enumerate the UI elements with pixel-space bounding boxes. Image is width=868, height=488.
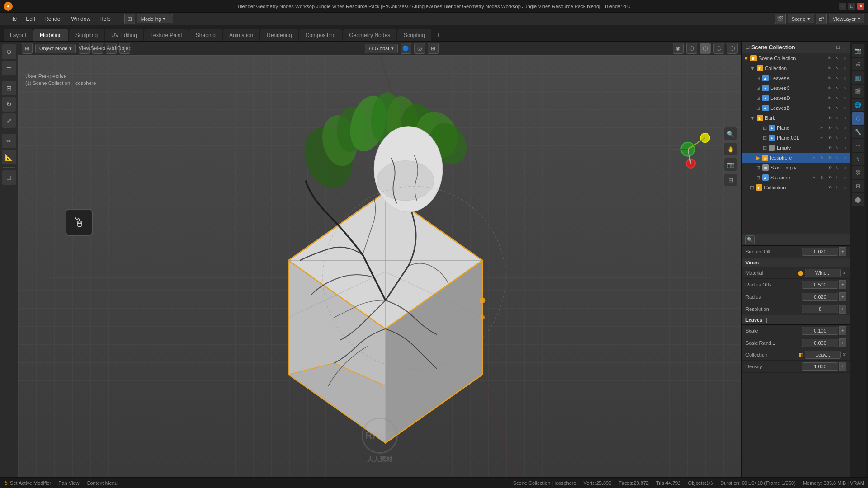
leavesb-vis[interactable]: 👁 bbox=[826, 105, 833, 111]
scene-icon[interactable]: 🎬 bbox=[775, 14, 786, 24]
bark-sel[interactable]: ↖ bbox=[834, 115, 840, 121]
outliner-item-bark[interactable]: ▼ ◧ Bark 👁 ↖ ○ bbox=[742, 113, 850, 123]
leavesd-rnd[interactable]: ○ bbox=[842, 95, 848, 101]
tab-uv-editing[interactable]: UV Editing bbox=[105, 29, 143, 41]
props-nav-modifier[interactable]: 🔧 bbox=[852, 126, 864, 138]
props-nav-object[interactable]: ⬡ bbox=[852, 112, 864, 125]
tab-animation[interactable]: Animation bbox=[223, 29, 259, 41]
radius-control[interactable]: 0.020 + bbox=[802, 292, 846, 301]
props-nav-scene[interactable]: 🎬 bbox=[852, 85, 864, 98]
density-value[interactable]: 1.000 bbox=[802, 362, 838, 371]
tab-shading[interactable]: Shading bbox=[189, 29, 222, 41]
props-nav-render[interactable]: 📷 bbox=[852, 44, 864, 57]
plane-sel[interactable]: ↖ bbox=[834, 125, 840, 131]
tab-texture-paint[interactable]: Texture Paint bbox=[144, 29, 189, 41]
menu-file[interactable]: File bbox=[4, 14, 21, 24]
add-cube-btn[interactable]: □ bbox=[2, 170, 16, 185]
menu-window[interactable]: Window bbox=[66, 14, 95, 24]
shading-solid-icon[interactable]: ⬡ bbox=[700, 43, 711, 54]
camera-icon[interactable]: 📷 bbox=[724, 158, 737, 171]
radius-value[interactable]: 0.020 bbox=[802, 293, 838, 301]
props-nav-constraints[interactable]: ⛓ bbox=[852, 166, 864, 179]
plane-cust1[interactable]: ✂ bbox=[819, 125, 825, 131]
material-value[interactable]: Wine... bbox=[805, 269, 841, 277]
props-nav-data[interactable]: ⊟ bbox=[852, 180, 864, 192]
suzanne-rnd[interactable]: ○ bbox=[842, 174, 848, 181]
surface-offset-value[interactable]: 0.020 bbox=[802, 248, 838, 256]
zoom-in-icon[interactable]: 🔍 bbox=[724, 127, 737, 140]
tab-rendering[interactable]: Rendering bbox=[260, 29, 298, 41]
surface-offset-inc[interactable]: + bbox=[839, 247, 846, 256]
scene-dropdown[interactable]: Scene ▾ bbox=[788, 14, 814, 23]
plane001-cust1[interactable]: ✂ bbox=[819, 135, 825, 141]
collection-remove-btn[interactable]: ✕ bbox=[842, 352, 846, 358]
object-menu-btn[interactable]: Object bbox=[119, 43, 130, 54]
scale-rand-value[interactable]: 0.000 bbox=[802, 339, 838, 347]
scale-rand-plus[interactable]: + bbox=[839, 338, 846, 347]
resolution-value[interactable]: 8 bbox=[802, 305, 838, 313]
shading-render-icon[interactable]: ⬡ bbox=[727, 43, 738, 54]
leavesd-sel[interactable]: ↖ bbox=[834, 95, 840, 101]
transform-snap-icon[interactable]: ⊞ bbox=[428, 43, 439, 54]
bark-vis[interactable]: 👁 bbox=[826, 115, 833, 121]
tab-modeling[interactable]: Modeling bbox=[33, 29, 68, 41]
col-bot-rnd[interactable]: ○ bbox=[842, 184, 848, 191]
resolution-control[interactable]: 8 + bbox=[802, 305, 846, 314]
col-bot-sel[interactable]: ↖ bbox=[834, 184, 840, 191]
leavesc-sel[interactable]: ↖ bbox=[834, 85, 840, 91]
props-nav-world[interactable]: 🌐 bbox=[852, 99, 864, 111]
menu-edit[interactable]: Edit bbox=[21, 14, 40, 24]
leavesa-vis[interactable]: 👁 bbox=[826, 75, 833, 81]
col-bot-vis[interactable]: 👁 bbox=[826, 184, 833, 191]
props-nav-material[interactable]: ⬤ bbox=[852, 193, 864, 206]
scale-plus[interactable]: + bbox=[839, 326, 846, 335]
leavesa-rnd[interactable]: ○ bbox=[842, 75, 848, 81]
outliner-item-plane[interactable]: ⊡ ▲ Plane ✂ 👁 ↖ ○ bbox=[742, 123, 850, 133]
object-mode-dropdown[interactable]: Object Mode ▾ bbox=[35, 44, 76, 53]
cursor-tool-btn[interactable]: ⊕ bbox=[2, 44, 16, 59]
sort-icon[interactable]: ↕ bbox=[842, 43, 847, 51]
icosphere-vis[interactable]: 👁 bbox=[826, 155, 833, 161]
leavesb-sel[interactable]: ↖ bbox=[834, 105, 840, 111]
leavesb-rnd[interactable]: ○ bbox=[842, 105, 848, 111]
props-search-icon[interactable]: 🔍 bbox=[745, 235, 755, 244]
zoom-out-icon[interactable]: 🤚 bbox=[724, 143, 737, 155]
tab-sculpting[interactable]: Sculpting bbox=[69, 29, 104, 41]
leavesc-vis[interactable]: 👁 bbox=[826, 85, 833, 91]
annotate-tool-btn[interactable]: ✏ bbox=[2, 134, 16, 148]
empty-sel[interactable]: ↖ bbox=[834, 145, 840, 151]
outliner-item-collection[interactable]: ▼ ◧ Collection 👁 ↖ ○ bbox=[742, 63, 850, 73]
resolution-plus[interactable]: + bbox=[839, 305, 846, 314]
icosphere-cust2[interactable]: ⊗ bbox=[819, 155, 825, 161]
suzanne-sel[interactable]: ↖ bbox=[834, 174, 840, 181]
suzanne-cust2[interactable]: ⊗ bbox=[819, 174, 825, 181]
plane001-rnd[interactable]: ○ bbox=[842, 135, 848, 141]
move-tool-btn[interactable]: ✛ bbox=[2, 61, 16, 75]
density-plus[interactable]: + bbox=[839, 362, 846, 371]
icosphere-sel[interactable]: ↖ bbox=[834, 155, 840, 161]
icosphere-rnd[interactable]: ○ bbox=[842, 155, 848, 161]
radius-offset-inc[interactable]: + bbox=[839, 280, 846, 289]
leavesa-sel[interactable]: ↖ bbox=[834, 75, 840, 81]
pivot-dropdown[interactable]: ⊙ Global ▾ bbox=[365, 44, 398, 53]
col-rnd-icon[interactable]: ○ bbox=[842, 65, 848, 71]
material-control[interactable]: ⬤ Wine... ✕ bbox=[798, 269, 846, 277]
bark-rnd[interactable]: ○ bbox=[842, 115, 848, 121]
workspace-name-dropdown[interactable]: Modeling ▾ bbox=[137, 14, 173, 23]
rotate-tool-btn[interactable]: ↻ bbox=[2, 97, 16, 112]
tab-compositing[interactable]: Compositing bbox=[299, 29, 342, 41]
proportional-edit-icon[interactable]: ◎ bbox=[414, 43, 425, 54]
outliner-item-suzanne[interactable]: ⊡ ▲ Suzanne ✂ ⊗ 👁 ↖ ○ bbox=[742, 173, 850, 183]
plane-vis[interactable]: 👁 bbox=[826, 125, 833, 131]
select-menu-btn[interactable]: Select bbox=[92, 43, 103, 54]
editor-type-icon[interactable]: ⊞ bbox=[22, 43, 33, 54]
icosphere-cust1[interactable]: ✂ bbox=[811, 155, 817, 161]
empty-vis[interactable]: 👁 bbox=[826, 145, 833, 151]
outliner-item-empty[interactable]: ⊡ ⊕ Empty 👁 ↖ ○ bbox=[742, 143, 850, 153]
empty-rnd[interactable]: ○ bbox=[842, 145, 848, 151]
maximize-button[interactable]: □ bbox=[848, 3, 855, 10]
view-layer-dropdown[interactable]: ViewLayer ▾ bbox=[829, 14, 864, 23]
view-layer-icon[interactable]: 🗗 bbox=[816, 14, 827, 24]
collection-icon[interactable]: ⊞ bbox=[724, 174, 737, 186]
plane-rnd[interactable]: ○ bbox=[842, 125, 848, 131]
